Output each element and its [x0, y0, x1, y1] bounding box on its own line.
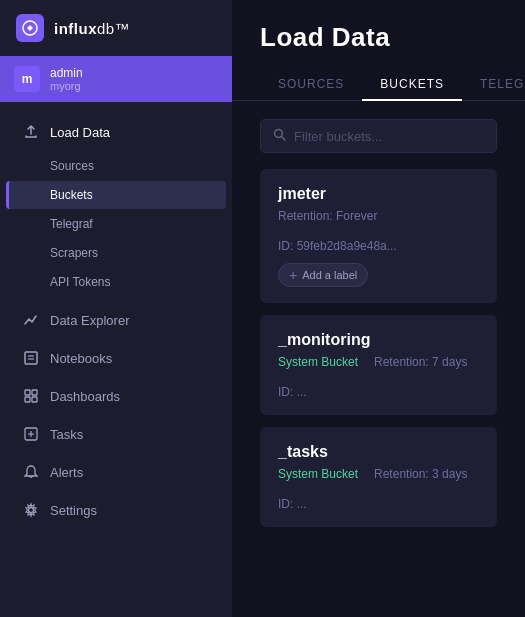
avatar: m — [14, 66, 40, 92]
tabs-row: SOURCES BUCKETS TELEGRAF — [232, 53, 525, 101]
user-profile[interactable]: m admin myorg — [0, 56, 232, 102]
bucket-retention: Retention: 3 days — [374, 467, 467, 481]
content-area: jmeter Retention: Forever ID: 59feb2d8a9… — [232, 101, 525, 617]
tasks-icon — [22, 425, 40, 443]
bucket-retention: Retention: Forever — [278, 209, 377, 223]
settings-label: Settings — [50, 503, 97, 518]
user-info: admin myorg — [50, 66, 83, 92]
bucket-meta: Retention: Forever ID: 59feb2d8a9e48a... — [278, 209, 479, 253]
tasks-label: Tasks — [50, 427, 83, 442]
bucket-card-monitoring: _monitoring System Bucket Retention: 7 d… — [260, 315, 497, 415]
add-label-button[interactable]: + Add a label — [278, 263, 368, 287]
svg-rect-1 — [25, 352, 37, 364]
search-icon — [273, 128, 286, 144]
bucket-name: _tasks — [278, 443, 479, 461]
search-input[interactable] — [294, 129, 484, 144]
plus-icon: + — [289, 268, 297, 282]
bucket-meta: System Bucket Retention: 3 days ID: ... — [278, 467, 479, 511]
bucket-card-jmeter: jmeter Retention: Forever ID: 59feb2d8a9… — [260, 169, 497, 303]
page-title: Load Data — [260, 22, 497, 53]
system-bucket-tag: System Bucket — [278, 355, 358, 369]
tab-sources[interactable]: SOURCES — [260, 69, 362, 101]
search-bar[interactable] — [260, 119, 497, 153]
notebooks-label: Notebooks — [50, 351, 112, 366]
user-name: admin — [50, 66, 83, 80]
sidebar-logo: influxdb™ — [0, 0, 232, 56]
page-header: Load Data — [232, 0, 525, 53]
tab-telegraf[interactable]: TELEGRAF — [462, 69, 525, 101]
alerts-label: Alerts — [50, 465, 83, 480]
sidebar-item-tasks[interactable]: Tasks — [6, 416, 226, 452]
sidebar-item-data-explorer[interactable]: Data Explorer — [6, 302, 226, 338]
add-label-row: + Add a label — [278, 263, 479, 287]
load-data-subitems: Sources Buckets Telegraf Scrapers API To… — [0, 152, 232, 296]
svg-line-13 — [282, 137, 286, 141]
svg-point-11 — [29, 508, 34, 513]
sidebar-item-dashboards[interactable]: Dashboards — [6, 378, 226, 414]
bucket-name: jmeter — [278, 185, 479, 203]
bucket-retention: Retention: 7 days — [374, 355, 467, 369]
system-bucket-tag: System Bucket — [278, 467, 358, 481]
sidebar-nav: Load Data Sources Buckets Telegraf Scrap… — [0, 110, 232, 617]
add-label-text: Add a label — [302, 269, 357, 281]
sidebar-item-scrapers[interactable]: Scrapers — [6, 239, 226, 267]
bucket-name: _monitoring — [278, 331, 479, 349]
main-content: Load Data SOURCES BUCKETS TELEGRAF jmete… — [232, 0, 525, 617]
user-org: myorg — [50, 80, 83, 92]
svg-rect-6 — [25, 397, 30, 402]
svg-rect-7 — [32, 397, 37, 402]
sidebar-item-sources[interactable]: Sources — [6, 152, 226, 180]
bucket-id: ID: 59feb2d8a9e48a... — [278, 239, 397, 253]
bucket-id: ID: ... — [278, 497, 307, 511]
gear-icon — [22, 501, 40, 519]
tab-buckets[interactable]: BUCKETS — [362, 69, 462, 101]
influxdb-logo-text: influxdb™ — [54, 20, 130, 37]
svg-rect-4 — [25, 390, 30, 395]
sidebar-item-telegraf[interactable]: Telegraf — [6, 210, 226, 238]
bucket-card-tasks: _tasks System Bucket Retention: 3 days I… — [260, 427, 497, 527]
dashboards-label: Dashboards — [50, 389, 120, 404]
sidebar-item-alerts[interactable]: Alerts — [6, 454, 226, 490]
upload-icon — [22, 123, 40, 141]
load-data-label: Load Data — [50, 125, 110, 140]
sidebar-item-settings[interactable]: Settings — [6, 492, 226, 528]
sidebar-item-buckets[interactable]: Buckets — [6, 181, 226, 209]
sidebar-item-load-data[interactable]: Load Data — [6, 114, 226, 150]
notebook-icon — [22, 349, 40, 367]
dashboard-icon — [22, 387, 40, 405]
bucket-meta: System Bucket Retention: 7 days ID: ... — [278, 355, 479, 399]
influxdb-logo-icon — [16, 14, 44, 42]
sidebar-item-notebooks[interactable]: Notebooks — [6, 340, 226, 376]
chart-icon — [22, 311, 40, 329]
svg-rect-5 — [32, 390, 37, 395]
sidebar: influxdb™ m admin myorg Load Data Source… — [0, 0, 232, 617]
bell-icon — [22, 463, 40, 481]
bucket-id: ID: ... — [278, 385, 307, 399]
sidebar-item-api-tokens[interactable]: API Tokens — [6, 268, 226, 296]
data-explorer-label: Data Explorer — [50, 313, 129, 328]
